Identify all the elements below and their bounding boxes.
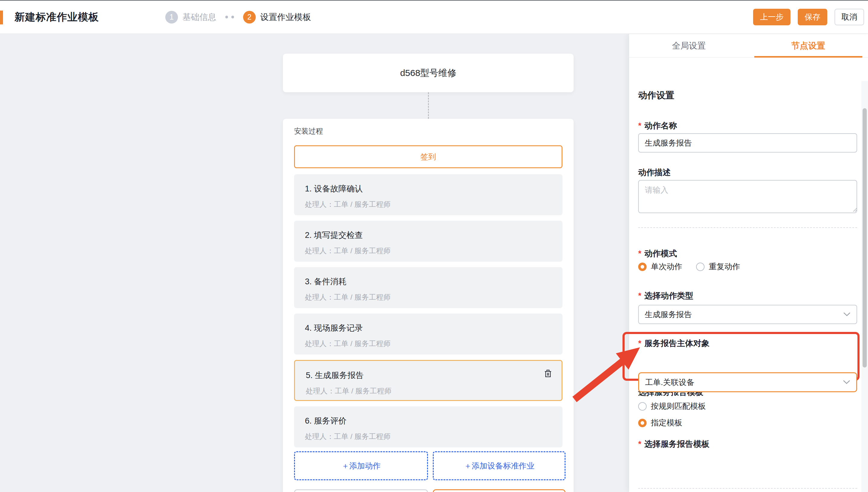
wizard-steps: 1 基础信息 2 设置作业模板 (165, 11, 311, 24)
radio-unchecked-icon (638, 402, 647, 411)
cancel-button[interactable]: 取消 (835, 9, 864, 25)
action-settings-heading: 动作设置 (638, 89, 674, 102)
step-title: 1. 设备故障确认 (305, 183, 363, 194)
action-mode-label: 动作模式 (645, 249, 677, 258)
required-mark: * (638, 121, 642, 130)
required-mark: * (638, 440, 642, 449)
clipped-button-right[interactable] (433, 489, 565, 492)
chevron-down-icon (843, 312, 850, 317)
chevron-down-icon (843, 380, 850, 385)
radio-checked-icon (638, 419, 647, 427)
step-title: 2. 填写提交检查 (305, 230, 363, 241)
report-subject-label: 服务报告主体对象 (645, 339, 710, 348)
workflow-connector-line (428, 92, 429, 119)
tab-node-settings[interactable]: 节点设置 (749, 34, 868, 57)
radio-specified-template[interactable]: 指定模板 (638, 418, 682, 428)
step-title: 4. 现场服务记录 (305, 323, 363, 334)
action-mode-radio-group: 单次动作 重复动作 (638, 262, 740, 272)
divider-dashed (638, 227, 857, 228)
step-handler: 处理人：工单 / 服务工程师 (306, 386, 391, 396)
tab-global-settings[interactable]: 全局设置 (629, 34, 749, 57)
process-card: 安装过程 签到 1. 设备故障确认 处理人：工单 / 服务工程师 2. 填写提交… (283, 119, 574, 492)
process-step-2[interactable]: 2. 填写提交检查 处理人：工单 / 服务工程师 (294, 221, 562, 262)
action-desc-label-row: 动作描述 (638, 167, 671, 178)
trash-icon (543, 369, 553, 380)
step-title: 6. 服务评价 (305, 415, 346, 426)
report-subject-label-row: *服务报告主体对象 (638, 338, 710, 349)
workflow-canvas: d568型号维修 安装过程 签到 1. 设备故障确认 处理人：工单 / 服务工程… (0, 34, 629, 492)
report-subject-select[interactable]: 工单.关联设备 (638, 372, 857, 392)
action-desc-label: 动作描述 (638, 168, 671, 177)
save-button[interactable]: 保存 (798, 9, 827, 25)
settings-tabs: 全局设置 节点设置 (629, 34, 868, 57)
header-actions: 上一步 保存 取消 (753, 9, 864, 25)
panel-scrollbar-track[interactable] (861, 81, 868, 492)
action-name-input[interactable] (638, 133, 857, 152)
radio-single-action[interactable]: 单次动作 (638, 262, 682, 272)
step-title: 3. 备件消耗 (305, 276, 346, 287)
radio-unchecked-icon (696, 263, 704, 271)
radio-label: 按规则匹配模板 (651, 401, 706, 412)
settings-panel: 全局设置 节点设置 动作设置 *动作名称 动作描述 *动作模式 单次动作 重复动 (629, 34, 868, 492)
radio-checked-icon (638, 263, 647, 271)
page-title: 新建标准作业模板 (15, 10, 99, 24)
process-step-6[interactable]: 6. 服务评价 处理人：工单 / 服务工程师 (294, 407, 562, 447)
clipped-button-left[interactable] (294, 489, 428, 492)
step-handler: 处理人：工单 / 服务工程师 (305, 246, 391, 256)
step-handler: 处理人：工单 / 服务工程师 (305, 339, 391, 348)
action-name-label: 动作名称 (645, 121, 677, 130)
action-desc-textarea[interactable] (638, 180, 857, 213)
step-title: 5. 生成服务报告 (306, 370, 364, 381)
prev-step-button[interactable]: 上一步 (753, 9, 791, 25)
node-settings-body: 动作设置 *动作名称 动作描述 *动作模式 单次动作 重复动作 (629, 57, 868, 492)
process-step-5-selected[interactable]: 5. 生成服务报告 处理人：工单 / 服务工程师 (294, 360, 562, 401)
action-mode-label-row: *动作模式 (638, 248, 677, 259)
action-type-select[interactable]: 生成服务报告 (638, 305, 857, 324)
divider-dashed (638, 488, 857, 489)
step-1-label: 基础信息 (183, 11, 216, 23)
panel-scrollbar-thumb[interactable] (863, 108, 867, 368)
checkin-button[interactable]: 签到 (294, 145, 562, 168)
window-top-edge (0, 0, 868, 1)
step-2-label: 设置作业模板 (260, 11, 311, 23)
select-value: 生成服务报告 (645, 309, 692, 320)
step-1-circle: 1 (165, 11, 178, 24)
radio-repeat-action[interactable]: 重复动作 (696, 262, 740, 272)
process-step-4[interactable]: 4. 现场服务记录 处理人：工单 / 服务工程师 (294, 314, 562, 354)
action-type-label-row: *选择动作类型 (638, 290, 693, 301)
step-handler: 处理人：工单 / 服务工程师 (305, 200, 391, 209)
add-action-button[interactable]: ＋添加动作 (294, 451, 428, 480)
radio-match-by-rule[interactable]: 按规则匹配模板 (638, 401, 706, 412)
required-mark: * (638, 339, 642, 348)
step-handler: 处理人：工单 / 服务工程师 (305, 292, 391, 302)
process-card-label: 安装过程 (294, 126, 323, 136)
process-step-3[interactable]: 3. 备件消耗 处理人：工单 / 服务工程师 (294, 267, 562, 308)
radio-label: 单次动作 (651, 262, 682, 272)
action-name-label-row: *动作名称 (638, 120, 677, 131)
radio-label: 重复动作 (709, 262, 740, 272)
select-value: 工单.关联设备 (645, 377, 694, 388)
report-template-label: 选择服务报告模板 (645, 440, 710, 449)
radio-label: 指定模板 (651, 418, 682, 428)
required-mark: * (638, 291, 642, 300)
title-accent-bar (0, 10, 3, 24)
required-mark: * (638, 249, 642, 258)
workflow-root-card[interactable]: d568型号维修 (283, 54, 574, 92)
step-2-circle: 2 (243, 11, 256, 24)
add-device-standard-job-button[interactable]: ＋添加设备标准作业 (433, 451, 565, 480)
step-handler: 处理人：工单 / 服务工程师 (305, 432, 391, 441)
report-template-label-row: *选择服务报告模板 (638, 439, 710, 449)
action-type-label: 选择动作类型 (645, 291, 693, 300)
delete-step-button[interactable] (543, 369, 553, 379)
process-step-1[interactable]: 1. 设备故障确认 处理人：工单 / 服务工程师 (294, 174, 562, 215)
app-header: 新建标准作业模板 1 基础信息 2 设置作业模板 上一步 保存 取消 (0, 1, 868, 34)
step-separator-dots (225, 16, 234, 18)
